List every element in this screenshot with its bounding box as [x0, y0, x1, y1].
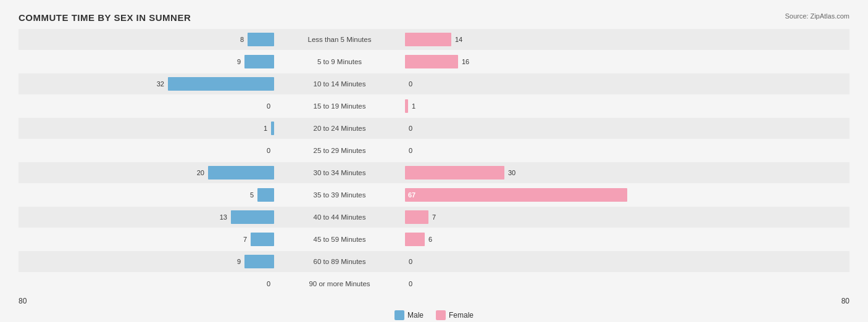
- female-value: 0: [409, 280, 412, 287]
- male-value: 20: [197, 169, 204, 176]
- female-value: 16: [462, 58, 469, 65]
- left-section: 32: [19, 73, 278, 94]
- row-label: 30 to 34 Minutes: [278, 169, 401, 176]
- female-value: 30: [508, 169, 515, 176]
- male-bar: [168, 77, 274, 91]
- right-section: 6: [401, 229, 661, 250]
- female-value: 0: [409, 147, 412, 154]
- male-value: 32: [157, 80, 164, 88]
- male-value: 13: [220, 213, 227, 221]
- row-label: Less than 5 Minutes: [278, 36, 401, 43]
- right-section: 14: [401, 29, 661, 50]
- left-section: 9: [19, 251, 278, 272]
- male-bar: [208, 166, 274, 180]
- left-section: 9: [19, 51, 278, 72]
- left-section: 0: [19, 96, 278, 117]
- left-section: 1: [19, 118, 278, 139]
- left-section: 20: [19, 162, 278, 183]
- left-section: 0: [19, 273, 278, 294]
- female-bar: 67: [405, 188, 627, 202]
- right-section: 16: [401, 51, 661, 72]
- right-section: 0: [401, 118, 661, 139]
- right-section: 0: [401, 251, 661, 272]
- chart-source: Source: ZipAtlas.com: [785, 12, 849, 20]
- right-section: 0: [401, 140, 661, 161]
- chart-body: 8 Less than 5 Minutes 14 9 5 to 9 Minute…: [19, 29, 849, 294]
- left-section: 0: [19, 140, 278, 161]
- axis-labels: 80 80: [19, 297, 849, 305]
- male-value: 0: [267, 102, 270, 110]
- left-section: 8: [19, 29, 278, 50]
- left-section: 7: [19, 229, 278, 250]
- male-bar: [271, 122, 274, 135]
- chart-header: COMMUTE TIME BY SEX IN SUMNER Source: Zi…: [19, 12, 849, 23]
- female-value: 0: [409, 125, 412, 132]
- male-bar: [244, 255, 274, 268]
- male-bar: [257, 188, 274, 202]
- table-row: 32 10 to 14 Minutes 0: [19, 73, 849, 94]
- female-value-inside: 67: [405, 191, 419, 199]
- row-label: 5 to 9 Minutes: [278, 58, 401, 65]
- legend-male-box: [394, 310, 404, 320]
- male-bar: [244, 55, 274, 68]
- male-value: 7: [243, 236, 247, 243]
- female-value: 14: [455, 36, 462, 43]
- right-section: 30: [401, 162, 661, 183]
- left-section: 13: [19, 207, 278, 228]
- row-label: 90 or more Minutes: [278, 280, 401, 287]
- male-value: 9: [237, 58, 241, 65]
- axis-min: 80: [19, 297, 27, 305]
- table-row: 5 35 to 39 Minutes 67: [19, 184, 849, 205]
- right-section: 7: [401, 207, 661, 228]
- table-row: 0 90 or more Minutes 0: [19, 273, 849, 294]
- female-bar: [405, 99, 408, 113]
- male-value: 0: [267, 147, 270, 154]
- female-value: 0: [409, 258, 412, 265]
- row-label: 15 to 19 Minutes: [278, 102, 401, 110]
- right-section: 0: [401, 73, 661, 94]
- male-bar: [251, 233, 274, 246]
- table-row: 9 60 to 89 Minutes 0: [19, 251, 849, 272]
- male-value: 1: [264, 125, 267, 132]
- female-bar: [405, 210, 428, 224]
- male-value: 8: [240, 36, 244, 43]
- right-section: 67: [401, 184, 661, 205]
- axis-max: 80: [841, 297, 849, 305]
- table-row: 7 45 to 59 Minutes 6: [19, 229, 849, 250]
- legend-female-label: Female: [449, 311, 474, 320]
- legend-male: Male: [394, 310, 424, 320]
- row-label: 35 to 39 Minutes: [278, 191, 401, 199]
- female-value: 6: [428, 236, 432, 243]
- right-section: 1: [401, 96, 661, 117]
- row-label: 45 to 59 Minutes: [278, 236, 401, 243]
- row-label: 25 to 29 Minutes: [278, 147, 401, 154]
- legend-male-label: Male: [407, 311, 424, 320]
- female-value: 7: [432, 213, 436, 221]
- row-label: 10 to 14 Minutes: [278, 80, 401, 88]
- female-bar: [405, 55, 458, 68]
- male-value: 9: [237, 258, 241, 265]
- legend-female: Female: [436, 310, 474, 320]
- legend: Male Female: [19, 310, 849, 320]
- female-value: 1: [412, 102, 415, 110]
- table-row: 9 5 to 9 Minutes 16: [19, 51, 849, 72]
- table-row: 0 15 to 19 Minutes 1: [19, 96, 849, 117]
- chart-container: COMMUTE TIME BY SEX IN SUMNER Source: Zi…: [0, 0, 868, 322]
- right-section: 0: [401, 273, 661, 294]
- table-row: 13 40 to 44 Minutes 7: [19, 207, 849, 228]
- female-bar: [405, 166, 504, 180]
- row-label: 20 to 24 Minutes: [278, 125, 401, 132]
- table-row: 20 30 to 34 Minutes 30: [19, 162, 849, 183]
- row-label: 40 to 44 Minutes: [278, 213, 401, 221]
- male-value: 0: [267, 280, 270, 287]
- table-row: 8 Less than 5 Minutes 14: [19, 29, 849, 50]
- female-value: 0: [409, 80, 412, 88]
- chart-title: COMMUTE TIME BY SEX IN SUMNER: [19, 12, 191, 23]
- row-label: 60 to 89 Minutes: [278, 258, 401, 265]
- male-bar: [248, 33, 274, 46]
- table-row: 0 25 to 29 Minutes 0: [19, 140, 849, 161]
- male-bar: [231, 210, 274, 224]
- female-bar: [405, 233, 425, 246]
- male-value: 5: [250, 191, 254, 199]
- left-section: 5: [19, 184, 278, 205]
